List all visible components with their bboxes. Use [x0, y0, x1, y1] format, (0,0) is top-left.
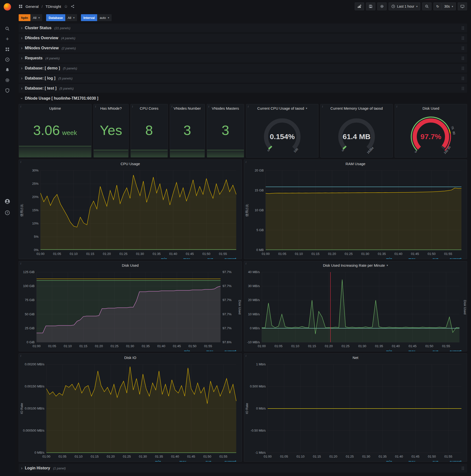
variable-fqdn-value[interactable]: All▾ [30, 14, 42, 21]
zoom-out-button[interactable] [422, 2, 432, 10]
row-login-history[interactable]: › Login History (1 panel) [19, 464, 467, 473]
info-icon[interactable]: i [396, 105, 397, 108]
panel-title[interactable]: Has MNode? [94, 104, 128, 112]
legend-column-header[interactable]: max [394, 349, 417, 351]
grafana-logo[interactable] [0, 0, 15, 14]
info-icon[interactable]: i [322, 105, 323, 108]
server-admin-shield-icon[interactable] [0, 85, 15, 96]
net-chart[interactable]: 1 Mb/s0.500 Mb/s0 Mb/s-0.50 Mb/s-1 Mb/s0… [244, 361, 467, 459]
disk-rate-chart[interactable]: 40 MB/s30 MB/s20 MB/s10 MB/s0 MB/s-10 MB… [244, 269, 467, 349]
info-icon[interactable]: i [20, 105, 21, 108]
legend-column-header[interactable]: max [169, 257, 192, 259]
info-icon[interactable]: i [246, 354, 246, 358]
disk-used-chart[interactable]: 125 GiB97.7%100 GiB97.7%75 GiB97.7%50 Gi… [19, 269, 242, 349]
panel-title[interactable]: Current CPU Usage of taosd▾ [246, 104, 318, 112]
legend-column-header[interactable]: current [215, 257, 238, 259]
panel-title[interactable]: CPU Cores [131, 104, 168, 112]
dashboard-squares-icon[interactable] [19, 4, 23, 8]
help-icon[interactable]: ? [0, 208, 15, 218]
row-database-demo[interactable]: › Database: [ demo ] (5 panels) [19, 64, 467, 73]
row-cluster-status[interactable]: › Cluster Status (21 panels) [19, 24, 467, 32]
legend-column-header[interactable]: avg [417, 349, 440, 351]
info-icon[interactable]: i [171, 105, 172, 108]
row-dnodes-overview[interactable]: › DNodes Overview (4 panels) [19, 34, 467, 42]
info-icon[interactable]: i [248, 105, 249, 108]
dashboards-icon[interactable] [0, 44, 15, 54]
variable-interval-value[interactable]: auto▾ [97, 14, 112, 21]
legend-column-header[interactable]: min [146, 257, 169, 259]
legend-column-header[interactable]: min [169, 349, 192, 351]
legend-column-header[interactable]: avg [192, 257, 215, 259]
legend-column-header[interactable]: current [440, 459, 463, 462]
legend-column-header[interactable]: max [192, 349, 215, 351]
share-icon[interactable] [71, 4, 75, 8]
disk-io-chart[interactable]: 0.00200 MB/s0.00150 MB/s0.00100 MB/s0.00… [19, 361, 242, 459]
legend-column-header[interactable]: current [215, 349, 238, 351]
cycle-view-tv-icon[interactable] [458, 2, 467, 10]
alerting-bell-icon[interactable] [0, 65, 15, 75]
explore-compass-icon[interactable] [0, 54, 15, 65]
legend-column-header[interactable]: current [440, 257, 463, 259]
refresh-interval-picker[interactable]: 30s ▾ [442, 2, 456, 10]
legend-column-header[interactable]: max [394, 257, 417, 259]
variable-database-value[interactable]: All▾ [65, 14, 77, 21]
breadcrumb-title[interactable]: TDinsight [46, 4, 61, 9]
variable-fqdn[interactable]: fqdn All▾ [19, 14, 42, 21]
info-icon[interactable]: i [246, 262, 246, 266]
legend-column-header[interactable]: current [440, 349, 463, 351]
variable-database[interactable]: Database All▾ [46, 14, 77, 21]
legend-column-header[interactable]: avg [188, 459, 213, 462]
row-dnode-usage[interactable]: › DNode Usage [ huolinhe-TM1701:6030 ] [19, 94, 467, 103]
row-drag-handle[interactable] [461, 466, 465, 470]
info-icon[interactable]: i [208, 105, 209, 108]
row-drag-handle[interactable] [461, 36, 465, 40]
user-avatar[interactable] [0, 196, 15, 207]
row-drag-handle[interactable] [461, 46, 465, 50]
row-drag-handle[interactable] [461, 87, 465, 90]
info-icon[interactable]: i [132, 105, 133, 108]
legend-column-header[interactable]: min [371, 349, 394, 351]
legend-column-header[interactable]: avg [417, 257, 440, 259]
panel-title[interactable]: RAM Usage [244, 160, 467, 168]
row-drag-handle[interactable] [461, 26, 465, 30]
star-icon[interactable]: ☆ [64, 4, 68, 9]
info-icon[interactable]: i [246, 160, 246, 164]
panel-title[interactable]: CPU Usage [19, 160, 242, 168]
row-requests[interactable]: › Requests (4 panels) [19, 54, 467, 63]
row-drag-handle[interactable] [461, 77, 465, 80]
panel-title[interactable]: Current Memory Usage of taosd [321, 104, 392, 112]
info-icon[interactable]: i [20, 160, 21, 164]
save-dashboard-button[interactable] [366, 2, 375, 10]
row-drag-handle[interactable] [461, 56, 465, 60]
create-plus-icon[interactable]: + [0, 34, 15, 44]
refresh-icon[interactable]: ↻ [434, 2, 442, 10]
row-drag-handle[interactable] [461, 67, 465, 70]
dashboard-settings-gear-icon[interactable] [377, 2, 387, 10]
row-database-test[interactable]: › Database: [ test ] (5 panels) [19, 84, 467, 93]
panel-title[interactable]: Disk IO [19, 354, 242, 361]
search-icon[interactable] [0, 24, 15, 34]
panel-title[interactable]: Disk Used [19, 261, 242, 269]
ram-usage-chart[interactable]: 20 GB15 GB10 GB5 GB0 MB01:0001:0501:1001… [244, 168, 467, 257]
legend-column-header[interactable]: min [371, 257, 394, 259]
info-icon[interactable]: i [20, 262, 21, 266]
breadcrumb-section[interactable]: General [26, 4, 38, 9]
variable-interval[interactable]: Interval auto▾ [81, 14, 112, 21]
cpu-usage-chart[interactable]: 30%25%20%15%10%5%0%01:0001:0501:1001:150… [19, 168, 242, 257]
legend-column-header[interactable]: current [213, 459, 238, 462]
legend-column-header[interactable]: min [371, 459, 394, 462]
panel-title[interactable]: Uptime [19, 104, 91, 112]
info-icon[interactable]: i [20, 354, 21, 358]
panel-title[interactable]: VNodes Masters [207, 104, 244, 112]
configuration-gear-icon[interactable] [0, 75, 15, 85]
row-database-log[interactable]: › Database: [ log ] (5 panels) [19, 74, 467, 83]
legend-column-header[interactable]: avg [417, 459, 440, 462]
panel-title[interactable]: Net [244, 354, 467, 361]
panel-title[interactable]: Disk Used Increasing Rate per Minute▾ [244, 261, 467, 269]
legend-column-header[interactable]: max [163, 459, 188, 462]
legend-column-header[interactable]: min [139, 459, 163, 462]
info-icon[interactable]: i [95, 105, 96, 108]
row-mnodes-overview[interactable]: › MNodes Overview (2 panels) [19, 44, 467, 52]
legend-column-header[interactable]: max [394, 459, 417, 462]
time-range-picker[interactable]: Last 1 hour ▾ [388, 2, 421, 10]
